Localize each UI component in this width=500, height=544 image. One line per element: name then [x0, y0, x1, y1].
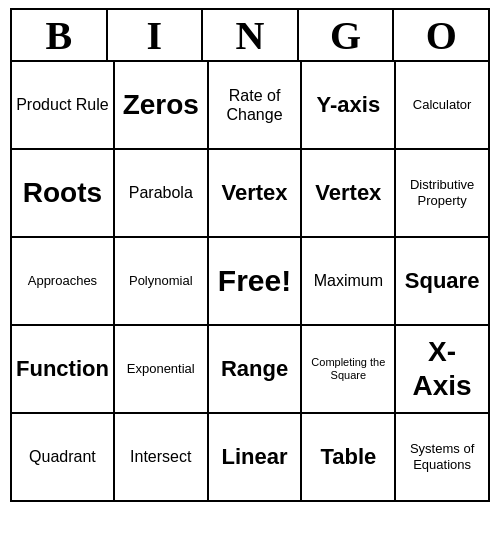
bingo-cell-1: Zeros [115, 62, 209, 150]
bingo-grid: Product RuleZerosRate of ChangeY-axisCal… [10, 62, 490, 502]
bingo-cell-13: Maximum [302, 238, 396, 326]
bingo-cell-2: Rate of Change [209, 62, 303, 150]
bingo-cell-6: Parabola [115, 150, 209, 238]
bingo-cell-21: Intersect [115, 414, 209, 502]
bingo-cell-14: Square [396, 238, 490, 326]
bingo-cell-7: Vertex [209, 150, 303, 238]
bingo-cell-3: Y-axis [302, 62, 396, 150]
bingo-cell-19: X-Axis [396, 326, 490, 414]
bingo-cell-8: Vertex [302, 150, 396, 238]
header-cell-B: B [12, 10, 108, 62]
header-cell-G: G [299, 10, 395, 62]
bingo-cell-10: Approaches [12, 238, 115, 326]
bingo-header: BINGO [10, 8, 490, 62]
header-cell-I: I [108, 10, 204, 62]
header-cell-O: O [394, 10, 490, 62]
bingo-cell-0: Product Rule [12, 62, 115, 150]
bingo-cell-18: Completing the Square [302, 326, 396, 414]
header-cell-N: N [203, 10, 299, 62]
bingo-cell-5: Roots [12, 150, 115, 238]
bingo-cell-23: Table [302, 414, 396, 502]
bingo-cell-20: Quadrant [12, 414, 115, 502]
bingo-cell-4: Calculator [396, 62, 490, 150]
bingo-cell-9: Distributive Property [396, 150, 490, 238]
bingo-cell-17: Range [209, 326, 303, 414]
bingo-cell-22: Linear [209, 414, 303, 502]
bingo-cell-11: Polynomial [115, 238, 209, 326]
bingo-cell-15: Function [12, 326, 115, 414]
bingo-cell-24: Systems of Equations [396, 414, 490, 502]
bingo-card: BINGO Product RuleZerosRate of ChangeY-a… [10, 8, 490, 502]
bingo-cell-16: Exponential [115, 326, 209, 414]
bingo-cell-12: Free! [209, 238, 303, 326]
